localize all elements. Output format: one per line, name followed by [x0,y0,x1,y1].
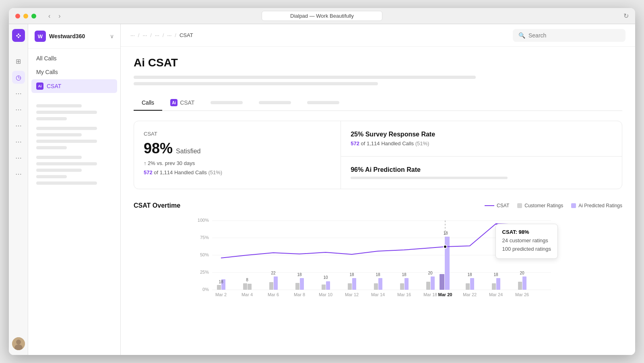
svg-rect-39 [470,278,474,290]
sidebar-icon-grid[interactable]: ⊞ [12,55,25,68]
stat-csat-highlight: 572 [144,169,153,175]
svg-text:Mar 18: Mar 18 [423,292,437,297]
stat-csat-muted: (51%) [208,169,222,175]
svg-point-0 [18,33,19,35]
dialpad-logo[interactable] [12,29,25,42]
svg-text:Mar 26: Mar 26 [515,292,529,297]
svg-rect-41 [496,278,500,290]
svg-text:Mar 10: Mar 10 [319,292,332,297]
stat-survey-text: Survey Response Rate [365,131,435,138]
sidebar-icon-history[interactable]: ◷ [12,71,25,84]
sidebar-item-label: My Calls [36,69,58,75]
svg-rect-43 [522,276,526,290]
svg-text:50%: 50% [200,252,209,257]
skeleton-bar-1 [134,76,476,79]
sidebar-icon-dots6[interactable]: ⋯ [12,167,25,180]
stat-survey-sub-text: of 1,114 Handled Calls [361,140,415,146]
breadcrumb-item1: ··· [130,32,135,38]
close-button[interactable] [15,14,20,19]
stat-prediction-heading: 96% Ai Prediction Rate [351,166,612,173]
svg-text:18: 18 [349,272,354,277]
breadcrumb-item2: ··· [142,32,147,38]
legend-csat-line [485,205,494,206]
svg-rect-23 [274,276,278,290]
svg-text:Mar 14: Mar 14 [371,292,385,297]
svg-text:Mar 6: Mar 6 [268,292,279,297]
svg-text:Mar 16: Mar 16 [397,292,411,297]
maximize-button[interactable] [31,14,36,19]
tab-calls[interactable]: Calls [134,95,162,111]
url-bar[interactable]: Dialpad — Work Beautifully [262,11,382,21]
sidebar-item-my-calls[interactable]: My Calls [31,66,117,78]
svg-text:18: 18 [376,272,380,277]
svg-text:75%: 75% [200,235,209,240]
stats-row: CSAT 98% Satisfied ↑ 2% vs. prev 30 days… [134,121,622,189]
svg-rect-32 [400,283,404,290]
svg-point-5 [16,340,21,344]
svg-text:20: 20 [428,271,433,275]
breadcrumb-current: CSAT [180,32,193,38]
forward-button[interactable]: › [56,12,63,21]
stat-survey-muted: (51%) [415,140,429,146]
breadcrumb: ··· / ··· / ··· / ··· / CSAT [130,32,193,38]
reload-button[interactable]: ↻ [623,12,629,20]
svg-text:20: 20 [520,271,524,275]
search-bar[interactable]: 🔍 [513,29,625,42]
brand-name: Westward360 [49,33,85,39]
brand-icon: W [35,31,46,42]
nav-sidebar: W Westward360 ∨ All Calls My Calls Ai CS… [28,24,121,355]
back-button[interactable]: ‹ [46,12,53,21]
svg-text:18: 18 [219,280,223,284]
svg-text:Mar 12: Mar 12 [345,292,359,297]
user-avatar[interactable] [12,337,25,350]
tab-skeleton-2 [251,97,299,108]
minimize-button[interactable] [23,14,28,19]
page-content: Ai CSAT Calls Ai CSAT [121,47,635,355]
tab-csat-label: CSAT [180,99,194,106]
sidebar-item-all-calls[interactable]: All Calls [31,52,117,65]
sidebar-icon-dots1[interactable]: ⋯ [12,87,25,100]
legend-customer-label: Customer Ratings [524,203,563,208]
sidebar-icon-dots2[interactable]: ⋯ [12,103,25,116]
sidebar-icon-dots4[interactable]: ⋯ [12,135,25,148]
stat-csat-change-text: ↑ 2% vs. prev 30 days [144,160,195,166]
tooltip-line1: 24 customer ratings [502,237,551,245]
svg-rect-30 [374,283,378,290]
breadcrumb-item3: ··· [155,32,159,38]
svg-rect-20 [243,283,247,290]
legend-csat: CSAT [485,203,509,208]
sidebar-icon-dots3[interactable]: ⋯ [12,119,25,132]
main-content: ··· / ··· / ··· / ··· / CSAT 🔍 A [121,24,635,355]
search-input[interactable] [528,32,620,39]
svg-rect-34 [426,282,430,290]
stat-csat-value: 98% [144,140,173,157]
sidebar-item-csat[interactable]: Ai CSAT [31,79,117,93]
svg-point-2 [19,35,21,37]
svg-rect-25 [300,278,304,290]
svg-rect-42 [518,282,522,290]
svg-rect-29 [352,278,356,290]
svg-text:Mar 4: Mar 4 [242,292,253,297]
nav-chevron-icon[interactable]: ∨ [110,33,114,39]
svg-text:22: 22 [271,271,276,275]
search-icon: 🔍 [518,32,525,39]
svg-text:18: 18 [493,272,498,277]
chart-section: CSAT Overtime CSAT Customer Ratings [134,202,622,306]
tab-skeleton-3 [299,97,347,108]
svg-text:0%: 0% [202,287,209,292]
svg-rect-22 [269,282,273,290]
chart-legend: CSAT Customer Ratings Ai Predicted Ratin… [485,203,622,208]
stat-csat-label: CSAT [144,131,331,137]
svg-rect-37 [445,237,450,290]
svg-point-1 [16,35,18,37]
nav-items: All Calls My Calls Ai CSAT [28,49,120,355]
tab-csat[interactable]: Ai CSAT [162,95,202,111]
sidebar-icon-dots5[interactable]: ⋯ [12,151,25,164]
stat-card-prediction: 96% Ai Prediction Rate [341,157,622,189]
stat-csat-sub-text: of 1,114 Handled Calls [154,169,208,175]
svg-text:18: 18 [443,231,448,235]
stat-survey-sub: 572 of 1,114 Handled Calls (51%) [351,140,612,146]
legend-ai-box [571,203,576,208]
svg-text:Mar 24: Mar 24 [489,292,503,297]
svg-rect-38 [466,283,470,290]
